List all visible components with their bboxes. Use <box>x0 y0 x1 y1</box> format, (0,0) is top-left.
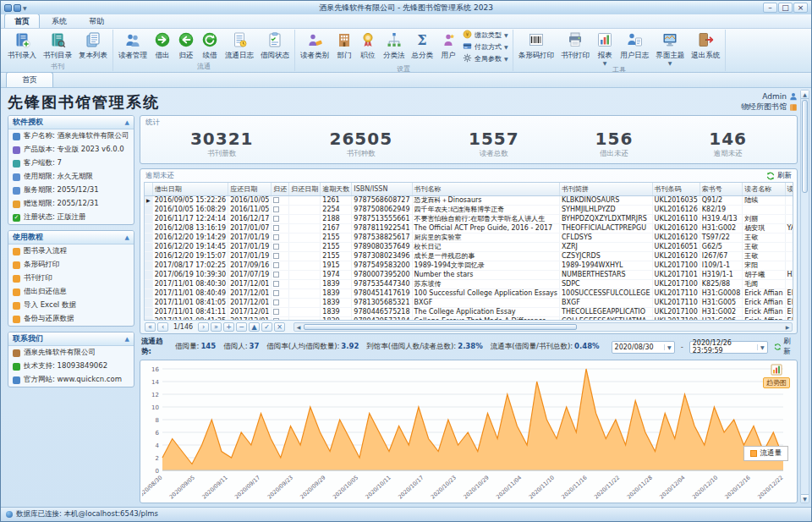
returned-checkbox[interactable] <box>273 216 279 222</box>
sidebar-item[interactable]: 书刊打印 <box>8 272 134 285</box>
scroll-up-icon[interactable]: ▲ <box>801 91 809 99</box>
column-header[interactable]: 借出日期 <box>152 183 228 195</box>
column-header[interactable]: 归还 <box>272 183 289 195</box>
chevron-down-icon[interactable]: ▼ <box>23 6 27 10</box>
table-row[interactable]: 2017/11/01 08:40:492017/12/0118399780451… <box>145 288 793 298</box>
table-row[interactable]: 2017/11/01 08:41:112017/12/0118399780446… <box>145 307 793 316</box>
chevron-down-icon[interactable]: ▼ <box>757 344 765 350</box>
doc-tab-home[interactable]: 首页 <box>6 72 53 87</box>
total-classification-button[interactable]: Σ总分类 <box>409 30 437 64</box>
returned-checkbox[interactable] <box>273 281 279 287</box>
column-header[interactable]: 逾期天数 <box>321 183 352 195</box>
position-button[interactable]: 职位 <box>356 30 380 64</box>
column-header[interactable]: 读者名称 <box>743 183 785 195</box>
table-row[interactable]: 2017/08/17 17:02:252017/09/1619159787549… <box>145 261 793 270</box>
lend-button[interactable]: 借出 <box>151 30 174 62</box>
sidebar-item[interactable]: 官方网站: www.quickcn.com <box>8 373 134 387</box>
sidebar-item[interactable]: 导入 Excel 数据 <box>8 299 134 312</box>
report-button[interactable]: 报表▼ <box>593 30 617 65</box>
scroll-left-icon[interactable]: ◀ <box>294 323 303 331</box>
cancel-button[interactable]: × <box>274 322 285 332</box>
horizontal-scroll-thumb[interactable] <box>304 324 577 330</box>
classification-button[interactable]: 分类法 <box>380 30 409 64</box>
table-row[interactable]: 2016/12/20 19:14:452017/01/1921559789080… <box>145 242 793 251</box>
returned-checkbox[interactable] <box>273 262 279 268</box>
sidebar-panel-header-contact-us[interactable]: 联系我们▲ <box>8 332 134 346</box>
delete-record-button[interactable]: − <box>236 322 247 332</box>
returned-checkbox[interactable] <box>273 206 279 212</box>
minimize-button[interactable]: – <box>763 3 777 13</box>
table-row[interactable]: 2016/12/20 19:15:072017/01/1921559787308… <box>145 251 793 261</box>
prev-page-button[interactable]: ‹ <box>157 322 168 332</box>
book-print-button[interactable]: 书刊打印 <box>557 30 593 65</box>
current-user[interactable]: Admin <box>741 92 798 101</box>
column-header[interactable]: 读者简拼 <box>785 183 793 195</box>
reader-type-button[interactable]: 读者类别 <box>297 30 332 64</box>
table-row[interactable]: 2016/11/17 12:24:142016/12/1721889787513… <box>145 214 793 223</box>
table-row[interactable]: 2016/12/20 19:14:292017/01/1921559787538… <box>145 233 793 242</box>
returned-checkbox[interactable] <box>273 234 279 240</box>
returned-checkbox[interactable] <box>273 272 279 277</box>
current-library[interactable]: 物经所图书馆 <box>741 102 798 113</box>
maximize-button[interactable]: □ <box>778 3 793 13</box>
global-params-button[interactable]: 全局参数▼ <box>463 53 508 64</box>
ui-theme-button[interactable]: 界面主题▼ <box>652 30 688 65</box>
sidebar-panel-header-software-license[interactable]: 软件授权▲ <box>8 116 134 129</box>
column-header[interactable]: 索书号 <box>700 183 742 195</box>
edit-record-button[interactable]: ▲ <box>249 322 260 332</box>
last-page-button[interactable]: » <box>211 322 222 332</box>
overdue-refresh-button[interactable]: 刷新 <box>766 171 792 181</box>
chart-type-button[interactable]: 趋势图 <box>763 363 790 388</box>
table-row[interactable]: 2017/11/01 08:41:052017/12/0118399781305… <box>145 298 793 307</box>
user-button[interactable]: 用户 <box>436 30 460 64</box>
returned-checkbox[interactable] <box>273 299 279 305</box>
next-page-button[interactable]: › <box>198 322 209 332</box>
sidebar-item[interactable]: 借出归还信息 <box>8 285 134 299</box>
trend-refresh-button[interactable]: 刷新 <box>774 337 796 357</box>
sidebar-item[interactable]: 条形码打印 <box>8 258 134 272</box>
sidebar-panel-header-tutorials[interactable]: 使用教程▲ <box>8 231 134 245</box>
payment-method-button[interactable]: 付款方式▼ <box>463 41 508 52</box>
vertical-scrollbar[interactable]: ▲ ▼ <box>800 90 809 503</box>
collapse-icon[interactable]: ▲ <box>125 234 129 241</box>
borrow-status-button[interactable]: 借阅状态 <box>257 30 293 62</box>
department-button[interactable]: 部门 <box>332 30 356 64</box>
horizontal-scrollbar[interactable]: ◀ ▶ <box>294 322 793 332</box>
column-header[interactable]: 书刊名称 <box>412 183 560 195</box>
circulation-log-button[interactable]: 流通日志 <box>222 30 257 62</box>
quick-save-icon[interactable] <box>14 4 21 12</box>
ribbon-tab-home[interactable]: 首页 <box>4 14 40 28</box>
column-header[interactable]: 应还日期 <box>228 183 272 195</box>
returned-checkbox[interactable] <box>273 290 279 296</box>
commit-button[interactable]: ✓ <box>261 322 272 332</box>
column-header[interactable]: ISBN/ISSN <box>352 183 412 195</box>
returned-checkbox[interactable] <box>273 309 279 315</box>
collapse-icon[interactable]: ▲ <box>125 119 129 126</box>
column-header[interactable]: 书刊条码 <box>652 183 700 195</box>
scroll-right-icon[interactable]: ▶ <box>783 323 792 331</box>
exit-system-button[interactable]: 退出系统 <box>688 30 723 65</box>
renew-button[interactable]: 续借 <box>198 30 222 62</box>
returned-checkbox[interactable] <box>273 244 279 250</box>
scroll-down-icon[interactable]: ▼ <box>801 494 809 503</box>
append-record-button[interactable]: + <box>223 322 234 332</box>
returned-checkbox[interactable] <box>273 253 279 259</box>
book-entry-button[interactable]: 书刊录入 <box>4 30 40 62</box>
table-row[interactable]: 2016/12/08 13:16:192017/01/0721679787811… <box>145 223 793 233</box>
copy-list-button[interactable]: 复本列表 <box>75 30 111 62</box>
close-button[interactable]: × <box>793 3 808 13</box>
first-page-button[interactable]: « <box>145 322 156 332</box>
payment-type-button[interactable]: ¥缴款类型▼ <box>463 30 508 41</box>
returned-checkbox[interactable] <box>273 225 279 231</box>
date-from-input[interactable]: 2020/08/30 ▼ <box>612 341 675 354</box>
chevron-down-icon[interactable]: ▼ <box>664 344 672 350</box>
table-row[interactable]: ▶2016/09/05 15:22:262016/10/051261978756… <box>145 195 793 205</box>
collapse-icon[interactable]: ▲ <box>125 336 129 343</box>
book-catalog-button[interactable]: 书刊目录 <box>40 30 75 62</box>
column-header[interactable]: 归还日期 <box>289 183 321 195</box>
returned-checkbox[interactable] <box>273 197 279 203</box>
table-row[interactable]: 2017/11/01 08:40:302017/12/0118399787535… <box>145 279 793 288</box>
reader-management-button[interactable]: 读者管理 <box>115 30 151 62</box>
ribbon-tab-help[interactable]: 帮助 <box>79 14 114 28</box>
vertical-scroll-thumb[interactable] <box>802 100 808 193</box>
